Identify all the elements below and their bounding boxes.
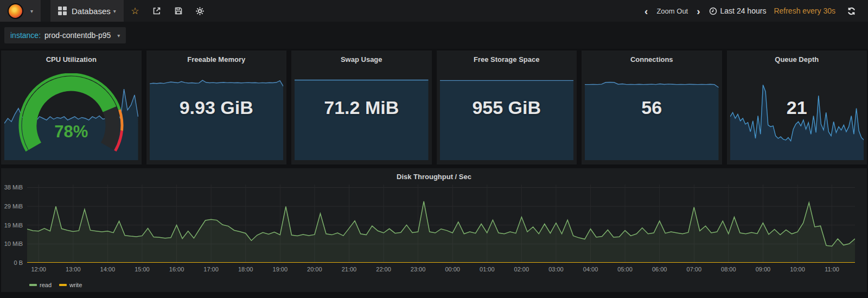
y-tick-label: 0 B [14,259,23,266]
x-tick-label: 04:00 [583,266,598,272]
save-icon [174,7,183,15]
legend-color-write [59,284,67,286]
x-tick-label: 19:00 [273,266,288,272]
y-tick-label: 19 MiB [4,222,23,229]
time-range-picker[interactable]: Last 24 hours [709,7,767,15]
cpu-gauge [10,73,132,164]
navbar-timepicker-group: ‹ Zoom Out › Last 24 hours Refresh every… [643,0,868,22]
x-tick-label: 06:00 [652,266,667,272]
submenu-row: instance: prod-contentdb-p95 ▾ [0,22,868,49]
x-axis: 12:0013:0014:0015:0016:0017:0018:0019:00… [27,266,855,274]
x-tick-label: 23:00 [411,266,426,272]
x-tick-label: 10:00 [790,266,805,272]
x-tick-label: 20:00 [307,266,322,272]
x-tick-label: 11:00 [825,266,839,272]
stats-row: CPU Utilization 78% Freeable Memory 9.93… [0,49,868,164]
time-range-label: Last 24 hours [720,7,767,15]
panel-title[interactable]: Connections [582,50,722,65]
x-tick-label: 08:00 [721,266,736,272]
stat-value: 56 [582,97,722,118]
y-tick-label: 29 MiB [4,203,23,210]
x-tick-label: 01:00 [480,266,495,272]
y-tick-label: 38 MiB [4,184,23,191]
x-tick-label: 09:00 [756,266,771,272]
legend-item-write[interactable]: write [59,282,82,288]
panel-free-storage-space: Free Storage Space 955 GiB [437,50,577,164]
x-tick-label: 18:00 [238,266,253,272]
zoom-out-button[interactable]: Zoom Out [656,7,688,15]
stat-value: 955 GiB [437,97,577,118]
legend-label: read [40,282,52,288]
legend-item-read[interactable]: read [29,282,52,288]
panel-connections: Connections 56 [582,50,722,164]
dashboard-grid-icon [58,7,67,15]
grafana-menu-button[interactable]: ▾ [0,0,41,22]
graph-legend: read write [29,282,82,288]
clock-icon [709,7,717,15]
x-tick-label: 12:00 [31,266,46,272]
time-shift-back-button[interactable]: ‹ [643,6,649,16]
stat-value: 9.93 GiB [146,97,287,118]
x-tick-label: 07:00 [687,266,702,272]
gear-icon [195,7,205,16]
stat-value: 21 [727,97,867,118]
save-dashboard-button[interactable] [170,3,187,18]
refresh-interval-picker[interactable]: Refresh every 30s [774,7,835,15]
sparkline [585,77,719,160]
x-tick-label: 13:00 [66,266,81,272]
share-dashboard-button[interactable] [149,3,165,18]
chevron-down-icon: ▾ [113,8,116,14]
instance-variable-label: instance: [10,31,41,40]
star-dashboard-button[interactable]: ☆ [127,3,143,18]
gauge-value: 78% [1,122,142,142]
panel-title[interactable]: Disk Throughput / Sec [1,173,867,181]
sparkline [440,77,574,160]
refresh-button[interactable] [843,3,859,18]
panel-disk-throughput: Disk Throughput / Sec 0 B10 MiB19 MiB29 … [1,168,867,292]
navbar-spacer [41,0,50,22]
dashboard-title: Databases [72,7,111,16]
graph-plot-area[interactable] [27,185,855,263]
x-tick-label: 02:00 [514,266,529,272]
x-tick-label: 22:00 [376,266,391,272]
panel-cpu-utilization: CPU Utilization 78% [1,50,142,164]
star-icon: ☆ [131,5,139,17]
sparkline [730,77,864,160]
panel-title[interactable]: CPU Utilization [1,50,142,65]
refresh-icon [847,7,856,16]
x-tick-label: 00:00 [445,266,460,272]
dashboard-picker[interactable]: Databases ▾ [50,0,124,22]
x-tick-label: 21:00 [342,266,357,272]
panel-freeable-memory: Freeable Memory 9.93 GiB [146,50,287,164]
stat-value: 71.2 MiB [291,97,432,118]
time-shift-forward-button[interactable]: › [695,6,701,16]
legend-label: write [69,282,82,288]
instance-variable-value: prod-contentdb-p95 [44,31,111,40]
panel-title[interactable]: Swap Usage [291,50,432,65]
chevron-down-icon: ▾ [30,8,33,14]
top-navbar: ▾ Databases ▾ ☆ ‹ Z [0,0,868,22]
share-icon [152,7,161,15]
x-tick-label: 14:00 [100,266,116,272]
y-axis: 0 B10 MiB19 MiB29 MiB38 MiB [1,185,25,263]
panel-title[interactable]: Free Storage Space [437,50,577,65]
y-tick-label: 10 MiB [4,240,23,247]
instance-variable-dropdown[interactable]: instance: prod-contentdb-p95 ▾ [4,27,126,43]
panel-title[interactable]: Queue Depth [727,50,867,65]
x-tick-label: 03:00 [548,266,564,272]
x-tick-label: 16:00 [169,266,184,272]
gauge-arc [10,73,132,164]
sparkline [150,77,284,160]
dashboard-settings-button[interactable] [192,3,208,18]
throughput-chart [27,185,855,263]
sparkline [295,77,429,160]
navbar-actions: ☆ [124,0,208,22]
grafana-logo-icon [8,3,23,19]
panel-swap-usage: Swap Usage 71.2 MiB [291,50,432,164]
x-tick-label: 17:00 [203,266,219,272]
panel-queue-depth: Queue Depth 21 [727,50,867,164]
x-tick-label: 05:00 [617,266,633,272]
panel-title[interactable]: Freeable Memory [146,50,287,65]
legend-color-read [29,284,37,286]
chevron-down-icon: ▾ [117,33,120,39]
